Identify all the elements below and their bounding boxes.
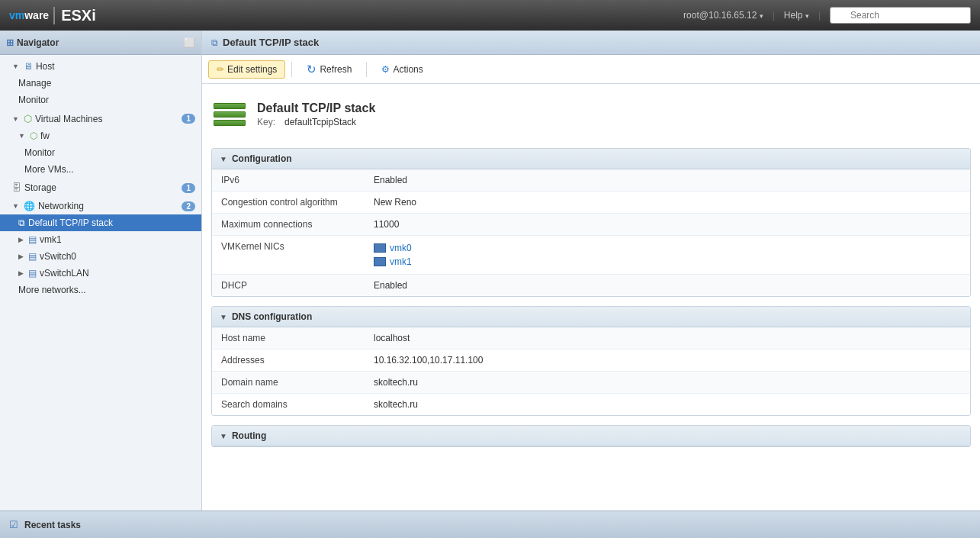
routing-arrow-icon: ▼ [220,432,227,440]
sidebar-item-fw[interactable]: ▼ ⬡ fw [0,127,201,144]
table-row: Congestion control algorithm New Reno [212,192,970,214]
vswitch0-icon: ▤ [28,251,37,262]
esxi-logo: ESXi [53,7,96,24]
storage-badge: 1 [182,183,195,193]
fw-icon: ⬡ [30,130,37,141]
config-label: Congestion control algorithm [212,192,365,214]
refresh-icon: ↻ [307,63,316,76]
config-label: VMKernel NICs [212,236,365,275]
host-icon: 🖥 [24,61,33,72]
vmk1-row: vmk1 [374,255,961,269]
ware-text: ware [24,9,49,21]
topbar-left: vmware ESXi [9,7,96,24]
vm-text: vm [9,9,24,21]
topbar: vmware ESXi root@10.16.65.12 ▾ | Help ▾ … [0,0,980,31]
grid-icon: ⊞ [6,37,14,48]
collapse-icon[interactable]: ⬜ [184,37,195,48]
sidebar-item-fw-monitor[interactable]: Monitor [0,144,201,161]
dns-value: skoltech.ru [365,394,970,416]
panel-header-icon: ⧉ [211,37,218,48]
sidebar-item-more-vms[interactable]: More VMs... [0,161,201,178]
sidebar-item-storage[interactable]: 🗄 Storage 1 [0,179,201,196]
recent-tasks-icon: ☑ [9,519,18,530]
sidebar-item-networking[interactable]: ▼ 🌐 Networking 2 [0,198,201,214]
dns-value: 10.16.32.100,10.17.11.100 [365,350,970,372]
table-row: Domain name skoltech.ru [212,372,970,394]
panel-header: ⧉ Default TCP/IP stack [202,31,980,55]
network-stack-icon [214,103,246,126]
edit-settings-button[interactable]: ✏ Edit settings [208,60,285,79]
config-label: Maximum connections [212,214,365,236]
routing-section-title: Routing [232,430,266,441]
configuration-arrow-icon: ▼ [220,155,227,163]
vms-expand-icon: ▼ [12,115,19,123]
tcpip-icon: ⧉ [18,217,25,228]
search-input[interactable] [830,7,971,24]
toolbar: ✏ Edit settings ↻ Refresh ⚙ Actions [202,55,980,84]
dns-label: Host name [212,327,365,350]
vmk0-link[interactable]: vmk0 [390,243,412,253]
entity-key-value: defaultTcpipStack [284,117,356,127]
vswitch0-expand-icon: ▶ [18,253,24,260]
vms-icon: ⬡ [24,113,32,124]
vswitchlan-expand-icon: ▶ [18,269,24,277]
toolbar-separator [291,62,292,77]
config-value: Enabled [365,275,970,297]
sidebar-header: ⊞ Navigator ⬜ [0,31,201,55]
entity-key-label: Key: [257,117,275,127]
vmk0-row: vmk0 [374,241,961,255]
entity-icon [211,96,248,133]
main-panel: ⧉ Default TCP/IP stack ✏ Edit settings ↻… [202,31,980,511]
configuration-section-header[interactable]: ▼ Configuration [212,149,970,169]
user-chevron-icon: ▾ [760,12,763,20]
sidebar-item-vswitchlan[interactable]: ▶ ▤ vSwitchLAN [0,265,201,282]
sidebar-item-host[interactable]: ▼ 🖥 Host [0,58,201,75]
table-row: Search domains skoltech.ru [212,394,970,416]
sidebar-item-more-networks[interactable]: More networks... [0,282,201,298]
content-area: ⊞ Navigator ⬜ ▼ 🖥 Host Manage Monitor [0,31,980,511]
sidebar-item-vmk1[interactable]: ▶ ▤ vmk1 [0,231,201,248]
configuration-table: IPv6 Enabled Congestion control algorith… [212,169,970,296]
help-chevron-icon: ▾ [805,12,809,20]
networking-expand-icon: ▼ [12,202,19,210]
config-value: Enabled [365,169,970,192]
sidebar-item-default-tcpip[interactable]: ⧉ Default TCP/IP stack [0,214,201,231]
configuration-section-title: Configuration [232,153,292,164]
sidebar-item-vswitch0[interactable]: ▶ ▤ vSwitch0 [0,248,201,265]
main-layout: ⊞ Navigator ⬜ ▼ 🖥 Host Manage Monitor [0,31,980,538]
stack-bar-2 [214,111,246,118]
routing-section-header[interactable]: ▼ Routing [212,426,970,446]
dns-table: Host name localhost Addresses 10.16.32.1… [212,327,970,415]
refresh-button[interactable]: ↻ Refresh [298,59,360,80]
actions-icon: ⚙ [381,64,390,75]
entity-header: Default TCP/IP stack Key: defaultTcpipSt… [211,93,971,136]
table-row: DHCP Enabled [212,275,970,297]
vmk0-nic-icon [374,243,386,253]
bottom-bar: ☑ Recent tasks [0,511,980,538]
help-menu[interactable]: Help ▾ [784,10,809,21]
sidebar-item-monitor[interactable]: Monitor [0,92,201,108]
sidebar-item-vms[interactable]: ▼ ⬡ Virtual Machines 1 [0,110,201,127]
recent-tasks-label: Recent tasks [24,520,81,530]
config-label: IPv6 [212,169,365,192]
actions-button[interactable]: ⚙ Actions [373,60,431,79]
sidebar-header-title: ⊞ Navigator [6,37,59,48]
dns-section: ▼ DNS configuration Host name localhost … [211,306,971,416]
user-menu[interactable]: root@10.16.65.12 ▾ [683,10,763,21]
dns-section-header[interactable]: ▼ DNS configuration [212,307,970,327]
dns-label: Domain name [212,372,365,394]
vmk1-link[interactable]: vmk1 [390,256,412,267]
table-row: Addresses 10.16.32.100,10.17.11.100 [212,350,970,372]
routing-section: ▼ Routing [211,425,971,447]
vms-badge: 1 [182,114,195,124]
separator: | [773,10,775,21]
sidebar-item-manage[interactable]: Manage [0,75,201,92]
networking-badge: 2 [182,201,195,211]
dns-section-title: DNS configuration [232,311,312,322]
entity-meta: Key: defaultTcpipStack [257,117,375,127]
stack-bar-3 [214,120,246,126]
config-value: New Reno [365,192,970,214]
vswitchlan-icon: ▤ [28,268,37,279]
sidebar-content: ▼ 🖥 Host Manage Monitor ▼ ⬡ Virtual Mach… [0,55,201,511]
table-row: IPv6 Enabled [212,169,970,192]
